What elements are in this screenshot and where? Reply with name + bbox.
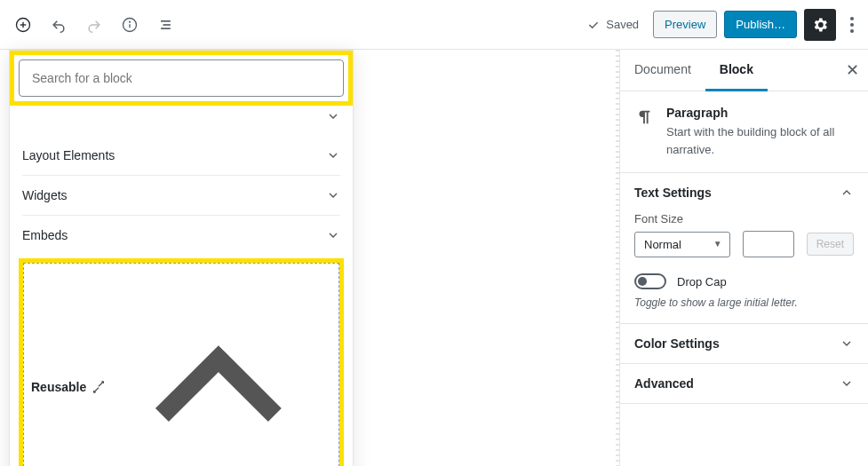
publish-button[interactable]: Publish… bbox=[724, 11, 797, 38]
save-status: Saved bbox=[579, 18, 646, 32]
drop-cap-label: Drop Cap bbox=[677, 275, 727, 288]
preview-button[interactable]: Preview bbox=[653, 11, 717, 38]
settings-sidebar: Document Block ✕ Paragraph Start with th… bbox=[619, 50, 868, 466]
undo-button[interactable] bbox=[43, 9, 75, 41]
tab-document[interactable]: Document bbox=[620, 50, 705, 91]
panel-head-text-settings[interactable]: Text Settings bbox=[620, 173, 868, 212]
info-button[interactable] bbox=[114, 9, 146, 41]
block-category-list: Formatting Layout Elements Widgets Embed… bbox=[10, 106, 353, 255]
category-layout[interactable]: Layout Elements bbox=[22, 136, 340, 176]
panel-text-settings: Text Settings Font Size Normal▼ Reset Dr… bbox=[620, 173, 868, 324]
chevron-down-icon bbox=[840, 376, 854, 391]
font-size-reset-button[interactable]: Reset bbox=[807, 233, 854, 256]
chevron-down-icon bbox=[840, 336, 854, 351]
tab-block[interactable]: Block bbox=[705, 50, 768, 91]
add-block-button[interactable] bbox=[7, 9, 39, 41]
panel-head-color-settings[interactable]: Color Settings bbox=[620, 324, 868, 363]
category-embeds[interactable]: Embeds bbox=[22, 216, 340, 255]
close-sidebar-button[interactable]: ✕ bbox=[846, 60, 859, 80]
chevron-up-icon bbox=[840, 186, 854, 200]
font-size-custom-input[interactable] bbox=[743, 231, 794, 257]
toolbar-right: Saved Preview Publish… bbox=[579, 9, 861, 41]
paragraph-icon bbox=[634, 107, 654, 127]
drop-cap-toggle[interactable] bbox=[634, 273, 666, 289]
settings-button[interactable] bbox=[804, 9, 836, 41]
block-inserter-popover: Formatting Layout Elements Widgets Embed… bbox=[9, 50, 354, 466]
highlight-reusable: Reusable bbox=[19, 258, 344, 466]
block-title: Paragraph bbox=[666, 106, 854, 120]
reusable-icon bbox=[92, 380, 106, 394]
sidebar-tabs: Document Block ✕ bbox=[620, 50, 868, 91]
toolbar-left bbox=[7, 9, 181, 41]
editor-toolbar: Saved Preview Publish… bbox=[0, 0, 868, 50]
panel-color-settings: Color Settings bbox=[620, 324, 868, 364]
font-size-select[interactable]: Normal▼ bbox=[634, 232, 730, 257]
save-status-label: Saved bbox=[606, 18, 639, 31]
outline-button[interactable] bbox=[149, 9, 181, 41]
block-search-input[interactable] bbox=[32, 71, 330, 85]
category-widgets[interactable]: Widgets bbox=[22, 176, 340, 216]
category-formatting[interactable]: Formatting bbox=[22, 106, 340, 136]
font-size-label: Font Size bbox=[634, 212, 854, 225]
block-inspector-header: Paragraph Start with the building block … bbox=[620, 91, 868, 173]
svg-point-5 bbox=[130, 21, 131, 22]
drop-cap-hint: Toggle to show a large initial letter. bbox=[634, 296, 854, 309]
highlight-search bbox=[10, 51, 353, 106]
panel-advanced: Advanced bbox=[620, 364, 868, 404]
panel-head-advanced[interactable]: Advanced bbox=[620, 364, 868, 403]
redo-button[interactable] bbox=[78, 9, 110, 41]
block-description: Start with the building block of all nar… bbox=[666, 123, 854, 158]
block-search[interactable] bbox=[19, 59, 344, 97]
more-menu-button[interactable] bbox=[843, 10, 861, 40]
category-reusable[interactable]: Reusable bbox=[23, 263, 339, 466]
